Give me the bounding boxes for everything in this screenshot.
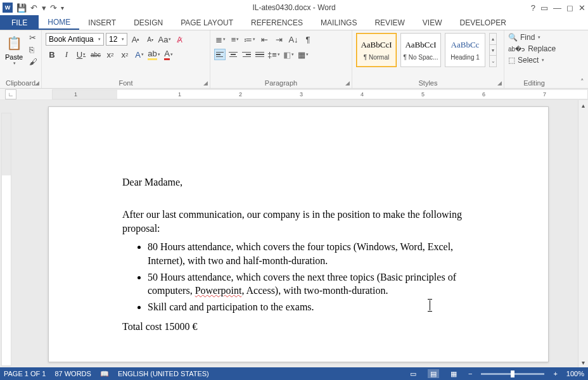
zoom-in-icon[interactable]: + — [553, 370, 557, 377]
decrease-indent-icon[interactable]: ⇤ — [258, 33, 271, 46]
zoom-thumb[interactable] — [511, 370, 514, 377]
find-icon: 🔍 — [508, 33, 518, 42]
cut-icon[interactable]: ✂ — [29, 33, 37, 42]
maximize-icon[interactable]: ◻ — [566, 3, 573, 13]
replace-button[interactable]: ab�ↄ Replace — [508, 44, 556, 53]
paste-dropdown-icon[interactable]: ▾ — [13, 61, 16, 66]
styles-more-icon[interactable]: ⌄ — [490, 56, 496, 66]
font-size-combo[interactable]: 12 ▾ — [106, 33, 127, 46]
justify-button[interactable] — [254, 49, 265, 60]
select-button[interactable]: ⬚ Select ▾ — [508, 56, 556, 65]
find-dropdown-icon[interactable]: ▾ — [538, 35, 540, 40]
paste-label: Paste — [5, 53, 23, 61]
font-color-icon[interactable]: A▾ — [162, 48, 175, 61]
qat-redo-icon[interactable]: ↷ — [50, 3, 57, 13]
align-right-button[interactable] — [241, 49, 252, 60]
font-size-dropdown-icon[interactable]: ▾ — [122, 37, 124, 42]
scroll-up-icon[interactable]: ▴ — [578, 100, 588, 110]
tab-file[interactable]: FILE — [0, 15, 39, 30]
style-no-spacing[interactable]: AaBbCcI ¶ No Spac... — [400, 33, 441, 67]
qat-undo-icon[interactable]: ↶ — [30, 3, 37, 13]
tab-selector[interactable]: ∟ — [5, 89, 16, 99]
tab-mailings[interactable]: MAILINGS — [312, 15, 366, 30]
font-launcher-icon[interactable]: ◢ — [203, 80, 208, 86]
view-print-layout-icon[interactable]: ▤ — [428, 369, 439, 378]
clipboard-launcher-icon[interactable]: ◢ — [35, 80, 39, 86]
copy-icon[interactable]: ⎘ — [29, 45, 37, 54]
font-name-value: Book Antiqua — [49, 35, 94, 44]
increase-indent-icon[interactable]: ⇥ — [272, 33, 285, 46]
page[interactable]: Dear Madame, After our last communicatio… — [48, 106, 549, 362]
status-word-count[interactable]: 87 WORDS — [54, 370, 91, 377]
highlight-icon[interactable]: ab▾ — [148, 48, 160, 61]
style-normal[interactable]: AaBbCcI ¶ Normal — [356, 33, 397, 67]
zoom-slider[interactable] — [481, 373, 544, 375]
zoom-out-icon[interactable]: − — [468, 370, 472, 377]
style-heading-1[interactable]: AaBbCc Heading 1 — [445, 33, 485, 67]
tab-view[interactable]: VIEW — [414, 15, 451, 30]
italic-button[interactable]: I — [60, 48, 73, 61]
minimize-icon[interactable]: — — [553, 3, 561, 13]
styles-scroll[interactable]: ▴ ▾ ⌄ — [489, 33, 497, 67]
ribbon-display-options-icon[interactable]: ▭ — [540, 3, 548, 13]
borders-icon[interactable]: ▦▾ — [297, 48, 309, 61]
qat-undo-dropdown[interactable]: ▾ — [42, 3, 46, 13]
status-proofing-icon[interactable]: 📖 — [100, 370, 109, 378]
horizontal-ruler[interactable]: 1 1 2 3 4 5 6 7 — [52, 89, 588, 99]
bullets-icon[interactable]: ≣▾ — [214, 33, 227, 46]
replace-icon: ab�ↄ — [508, 46, 525, 53]
qat-customize-icon[interactable]: ▾ — [61, 4, 64, 11]
underline-button[interactable]: U▾ — [75, 48, 87, 61]
styles-up-icon[interactable]: ▴ — [490, 34, 496, 45]
close-icon[interactable]: ✕ — [578, 3, 585, 13]
ruler-mark: 5 — [421, 91, 425, 98]
scroll-down-icon[interactable]: ▾ — [578, 357, 588, 367]
vertical-ruler[interactable] — [1, 113, 11, 366]
status-page[interactable]: PAGE 1 OF 1 — [4, 370, 46, 377]
align-center-button[interactable] — [227, 49, 239, 60]
font-name-dropdown-icon[interactable]: ▾ — [98, 37, 101, 42]
document-body[interactable]: Dear Madame, After our last communicatio… — [122, 175, 485, 334]
style-name: ¶ No Spac... — [404, 54, 438, 61]
select-dropdown-icon[interactable]: ▾ — [542, 58, 544, 63]
tab-design[interactable]: DESIGN — [125, 15, 172, 30]
shrink-font-icon[interactable]: A▾ — [144, 33, 157, 46]
grow-font-icon[interactable]: A▴ — [129, 33, 142, 46]
shading-icon[interactable]: ◧▾ — [282, 48, 295, 61]
bold-button[interactable]: B — [46, 48, 58, 61]
format-painter-icon[interactable]: 🖌 — [29, 57, 37, 66]
zoom-level[interactable]: 100% — [566, 370, 584, 377]
paste-button[interactable]: 📋 Paste ▾ — [4, 33, 24, 66]
view-read-mode-icon[interactable]: ▭ — [407, 369, 419, 378]
status-language[interactable]: ENGLISH (UNITED STATES) — [118, 370, 209, 377]
find-button[interactable]: 🔍 Find ▾ — [508, 33, 556, 42]
text-effects-icon[interactable]: A▾ — [133, 48, 146, 61]
subscript-button[interactable]: x2 — [104, 48, 117, 61]
tab-page-layout[interactable]: PAGE LAYOUT — [172, 15, 242, 30]
sort-icon[interactable]: A↓ — [287, 33, 300, 46]
collapse-ribbon-icon[interactable]: ˄ — [580, 78, 584, 86]
line-spacing-icon[interactable]: ‡≡▾ — [267, 48, 280, 61]
styles-launcher-icon[interactable]: ◢ — [497, 80, 502, 86]
tab-insert[interactable]: INSERT — [79, 15, 125, 30]
paragraph-launcher-icon[interactable]: ◢ — [345, 80, 350, 86]
tab-review[interactable]: REVIEW — [366, 15, 413, 30]
vertical-scrollbar[interactable]: ▴ ▾ — [578, 100, 588, 367]
tab-developer[interactable]: DEVELOPER — [451, 15, 514, 30]
multilevel-list-icon[interactable]: ≔▾ — [243, 33, 256, 46]
align-left-button[interactable] — [214, 49, 226, 60]
styles-down-icon[interactable]: ▾ — [490, 45, 496, 56]
change-case-icon[interactable]: Aa▾ — [158, 33, 171, 46]
qat-save-icon[interactable]: 💾 — [16, 3, 27, 13]
font-name-combo[interactable]: Book Antiqua ▾ — [46, 33, 104, 46]
strikethrough-button[interactable]: abc — [89, 48, 102, 61]
view-web-layout-icon[interactable]: ▦ — [448, 369, 459, 378]
clear-formatting-icon[interactable]: A̷ — [173, 33, 186, 46]
superscript-button[interactable]: x2 — [118, 48, 131, 61]
help-icon[interactable]: ? — [531, 3, 535, 13]
tab-home[interactable]: HOME — [39, 15, 79, 30]
tab-references[interactable]: REFERENCES — [242, 15, 312, 30]
numbering-icon[interactable]: ≡▾ — [229, 33, 241, 46]
show-marks-icon[interactable]: ¶ — [302, 33, 314, 46]
status-bar: PAGE 1 OF 1 87 WORDS 📖 ENGLISH (UNITED S… — [0, 367, 588, 380]
